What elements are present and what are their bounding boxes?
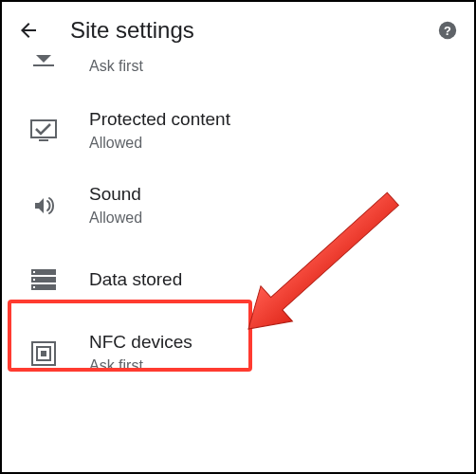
- nfc-icon: [25, 335, 63, 373]
- list-item-data-stored[interactable]: Data stored: [2, 244, 474, 316]
- item-title: Protected content: [89, 108, 230, 132]
- list-item[interactable]: Sound Allowed: [2, 168, 474, 243]
- list-item[interactable]: NFC devices Ask first: [2, 316, 474, 379]
- item-title: Sound: [89, 183, 142, 207]
- svg-rect-6: [33, 271, 35, 273]
- item-title: NFC devices: [89, 331, 192, 355]
- svg-rect-8: [33, 279, 35, 281]
- page-title: Site settings: [70, 17, 436, 44]
- svg-rect-3: [31, 120, 56, 137]
- protected-content-icon: [25, 112, 63, 150]
- header: Site settings ?: [2, 2, 474, 55]
- item-title: Data stored: [89, 268, 182, 292]
- list-item[interactable]: Ask first: [2, 55, 474, 93]
- back-arrow-icon[interactable]: [17, 19, 40, 42]
- item-text: Sound Allowed: [89, 183, 142, 228]
- data-stored-icon: [25, 261, 63, 299]
- svg-rect-2: [33, 64, 54, 66]
- settings-list: Ask first Protected content Allowed Soun…: [2, 55, 474, 379]
- svg-rect-13: [41, 351, 46, 356]
- item-sub: Allowed: [89, 134, 230, 154]
- help-icon[interactable]: ?: [436, 19, 459, 42]
- svg-text:?: ?: [444, 24, 451, 38]
- list-item[interactable]: Protected content Allowed: [2, 93, 474, 168]
- item-text: Ask first: [89, 55, 143, 77]
- item-text: Protected content Allowed: [89, 108, 230, 153]
- download-icon: [25, 55, 63, 66]
- svg-rect-4: [39, 139, 48, 141]
- item-sub: Allowed: [89, 209, 142, 228]
- item-sub: Ask first: [89, 57, 143, 77]
- item-text: NFC devices Ask first: [89, 331, 192, 375]
- item-text: Data stored: [89, 268, 182, 292]
- sound-icon: [25, 187, 63, 225]
- svg-rect-10: [33, 286, 35, 288]
- item-sub: Ask first: [89, 356, 192, 376]
